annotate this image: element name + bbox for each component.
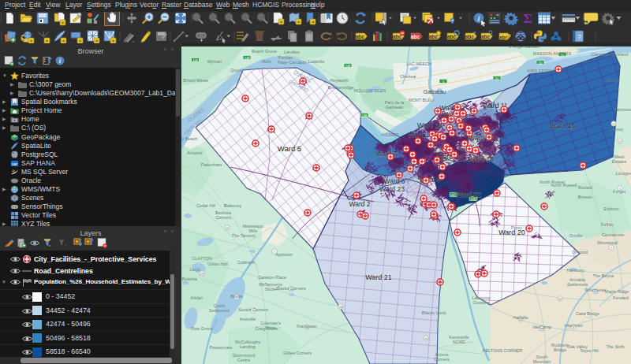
svg-text:29: 29	[200, 273, 203, 276]
svg-text:Pow Grove: Pow Grove	[191, 326, 212, 331]
svg-text:Ward 5: Ward 5	[278, 144, 301, 153]
svg-text:CLAYTON: CLAYTON	[192, 256, 211, 261]
svg-text:Ward 20: Ward 20	[498, 228, 525, 236]
svg-text:Corners: Corners	[434, 357, 450, 362]
svg-text:Cass Bridge: Cass Bridge	[576, 311, 599, 316]
svg-text:Carleton Place: Carleton Place	[258, 275, 286, 280]
svg-text:Felton: Felton	[601, 222, 613, 227]
svg-text:Landlee: Landlee	[284, 50, 300, 54]
svg-text:Estates: Estates	[612, 159, 627, 164]
svg-text:Harmony: Harmony	[567, 268, 585, 273]
svg-text:17: 17	[612, 123, 615, 126]
svg-text:✶: ✶	[62, 39, 65, 43]
svg-text:Blacks Vend: Blacks Vend	[422, 310, 446, 315]
svg-text:Luskville: Luskville	[308, 59, 324, 64]
svg-text:MASSON ANGERS: MASSON ANGERS	[533, 51, 572, 56]
svg-text:Heyworth: Heyworth	[330, 78, 348, 83]
svg-text:Appleton: Appleton	[275, 252, 293, 257]
svg-text:1:1: 1:1	[226, 16, 231, 20]
svg-text:Arklan: Arklan	[190, 295, 203, 300]
svg-text:Settlement: Settlement	[209, 308, 230, 313]
svg-text:Cedar Hill: Cedar Hill	[196, 203, 215, 208]
svg-text:L'Ange-Gardien: L'Ange-Gardien	[510, 46, 540, 49]
svg-text:✶: ✶	[29, 39, 33, 43]
svg-text:Centre: Centre	[237, 358, 251, 362]
svg-text:Russell: Russell	[578, 185, 592, 190]
svg-text:10: 10	[424, 337, 428, 340]
svg-text:Colbraith: Colbraith	[237, 260, 255, 265]
svg-text:Quyon: Quyon	[230, 68, 243, 72]
svg-text:Blacks Corners: Blacks Corners	[276, 286, 306, 291]
svg-text:Ward 2: Ward 2	[349, 200, 370, 208]
svg-text:Inkerman: Inkerman	[565, 323, 583, 328]
svg-text:7: 7	[610, 247, 612, 250]
svg-text:Gatineau: Gatineau	[386, 105, 403, 110]
svg-text:Cannamore: Cannamore	[602, 232, 625, 237]
svg-text:Wyman: Wyman	[207, 59, 222, 64]
svg-text:Ward 14: Ward 14	[417, 121, 442, 129]
svg-text:148: 148	[345, 64, 351, 68]
svg-text:Scotch Corners: Scotch Corners	[238, 307, 268, 312]
svg-text:Shore: Shore	[265, 287, 277, 292]
svg-text:Brisson: Brisson	[578, 195, 592, 199]
svg-text:Rosetta: Rosetta	[182, 277, 198, 281]
svg-text:Embrun: Embrun	[603, 206, 618, 211]
svg-text:abc: abc	[411, 34, 420, 39]
svg-text:✶: ✶	[311, 20, 315, 24]
svg-text:✶: ✶	[61, 20, 65, 25]
svg-text:Hallville: Hallville	[513, 315, 528, 320]
svg-text:The Tannery: The Tannery	[232, 233, 256, 238]
svg-text:Gillies Corners: Gillies Corners	[283, 351, 312, 355]
svg-text:Toyes Hill: Toyes Hill	[580, 348, 599, 353]
svg-text:✶: ✶	[111, 39, 115, 43]
svg-text:Pakenham: Pakenham	[201, 162, 222, 167]
svg-text:✶: ✶	[45, 39, 49, 43]
svg-text:North Russel: North Russel	[540, 180, 565, 184]
svg-text:The Sixth: The Sixth	[606, 344, 624, 349]
svg-text:Prestonvale: Prestonvale	[209, 345, 232, 350]
svg-text:148: 148	[362, 113, 368, 117]
svg-text:Ward 21: Ward 21	[365, 273, 392, 281]
svg-text:Corners: Corners	[215, 215, 231, 220]
svg-text:NORD: NORD	[453, 340, 465, 344]
svg-text:Breckenridge: Breckenridge	[328, 85, 353, 90]
svg-text:PELTONS CORNER: PELTONS CORNER	[483, 348, 523, 353]
svg-text:Lloyd: Lloyd	[189, 267, 200, 272]
svg-text:abc: abc	[481, 34, 491, 39]
svg-text:Winchester: Winchester	[584, 288, 607, 292]
svg-text:Forget: Forget	[613, 189, 625, 194]
svg-text:HOLLOW GLEN: HOLLOW GLEN	[354, 88, 386, 93]
svg-text:Ward 10: Ward 10	[469, 155, 494, 163]
svg-text:Limoges: Limoges	[616, 171, 631, 176]
svg-text:Ward 22: Ward 22	[456, 191, 481, 199]
svg-text:11: 11	[226, 227, 229, 230]
svg-text:Mountain: Mountain	[533, 359, 551, 364]
svg-text:148: 148	[245, 56, 250, 60]
svg-text:Crossing: Crossing	[472, 300, 490, 305]
svg-text:Ormond: Ormond	[572, 250, 588, 254]
svg-text:VanCamp: VanCamp	[532, 325, 551, 329]
svg-text:50: 50	[495, 76, 499, 80]
svg-text:Hammond: Hammond	[613, 107, 631, 112]
svg-text:Sandy Beach: Sandy Beach	[181, 136, 197, 141]
svg-text:Page-Carcajou: Page-Carcajou	[278, 60, 307, 65]
svg-text:Bristol Mines: Bristol Mines	[183, 78, 208, 83]
svg-text:Union Hall: Union Hall	[207, 262, 227, 266]
svg-text:16: 16	[339, 306, 342, 309]
svg-text:The Boyne: The Boyne	[593, 273, 614, 278]
svg-text:31: 31	[558, 298, 562, 301]
svg-text:Arnprior: Arnprior	[187, 150, 203, 155]
svg-text:Σ: Σ	[523, 12, 532, 26]
svg-text:148: 148	[192, 58, 198, 62]
svg-text:Ward 23: Ward 23	[379, 185, 405, 193]
svg-text:17: 17	[618, 140, 622, 143]
svg-text:Blakeney: Blakeney	[224, 203, 242, 208]
svg-text:✶: ✶	[95, 39, 99, 43]
svg-text:Irresville: Irresville	[240, 317, 256, 321]
svg-text:Onville: Onville	[569, 233, 583, 238]
svg-text:✶: ✶	[279, 20, 283, 24]
svg-text:Ward 8: Ward 8	[383, 177, 405, 185]
svg-text:Forward: Forward	[613, 295, 629, 300]
svg-text:Boyds: Boyds	[230, 294, 243, 299]
svg-text:Settlement: Settlement	[567, 282, 588, 287]
